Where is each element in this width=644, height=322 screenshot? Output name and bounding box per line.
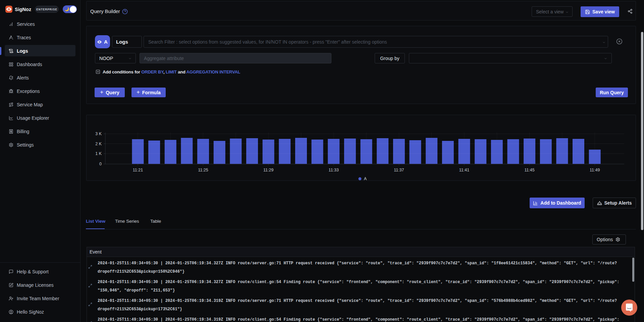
svg-text:11:45: 11:45 xyxy=(524,168,534,172)
svg-text:3 K: 3 K xyxy=(95,131,102,136)
svg-text:0: 0 xyxy=(99,162,102,166)
svg-text:A: A xyxy=(364,176,367,180)
svg-text:11:21: 11:21 xyxy=(133,168,143,172)
svg-text:11:25: 11:25 xyxy=(198,168,208,172)
svg-text:11:29: 11:29 xyxy=(263,168,273,172)
svg-text:11:49: 11:49 xyxy=(590,168,600,172)
svg-text:1 K: 1 K xyxy=(95,151,102,156)
svg-text:11:41: 11:41 xyxy=(459,168,469,172)
svg-text:11:33: 11:33 xyxy=(329,168,339,172)
svg-text:11:37: 11:37 xyxy=(394,168,404,172)
svg-text:2 K: 2 K xyxy=(95,142,102,146)
